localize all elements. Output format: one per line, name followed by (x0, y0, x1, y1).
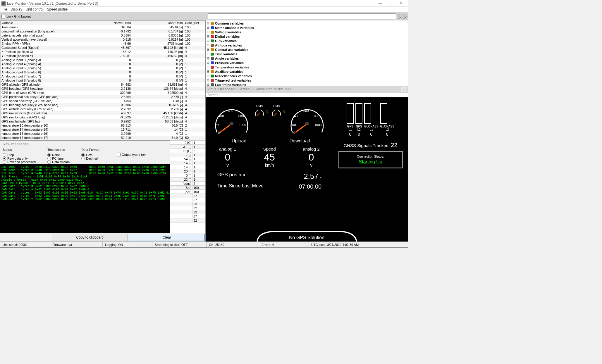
tree-expand-icon[interactable]: ⊞ (207, 52, 210, 56)
upload-gauge-label: Upload (210, 138, 268, 144)
time-source-radio-0[interactable] (47, 153, 51, 157)
tree-item[interactable]: ⊞Miscellaneous variables (207, 74, 407, 78)
tree-expand-icon[interactable]: ⊞ (207, 61, 210, 65)
tree-item[interactable]: ⊞Temperature variables (207, 65, 407, 69)
status-radio-0[interactable] (3, 153, 6, 157)
table-row[interactable]: temperature 14 (temperature 14)13.71114 … (1, 127, 205, 132)
svg-line-16 (295, 124, 307, 132)
tree-expand-icon[interactable]: ⊞ (207, 74, 210, 78)
variable-tree[interactable]: ⊞Common variables⊞Maths channels variabl… (206, 20, 408, 86)
tree-item[interactable]: ⊞Voltage variables (207, 30, 407, 34)
data-format-radio-1[interactable] (81, 157, 85, 160)
table-row[interactable]: GPS heading (GPS heading)2.2138126.74 [d… (1, 87, 205, 91)
table-row[interactable]: X Position (position X)138.12146.98 [m]4 (1, 50, 205, 54)
tree-item[interactable]: ⊞General use variables (207, 47, 407, 52)
time-source-radio-1[interactable] (47, 157, 51, 160)
table-row[interactable]: GPS heading accuracy (GPS head acc)0.070… (1, 103, 205, 107)
tree-category-icon (211, 83, 214, 86)
titlebar[interactable]: Live Monitor - Version 10.1.71 [Connecte… (0, 0, 408, 7)
table-row[interactable]: GPS raw latitude (GPS lat)0.925253.01 [d… (1, 119, 205, 123)
menu-unit-control[interactable]: Unit control (26, 7, 44, 11)
table-row[interactable]: temperature 10 (temperature 10)86.31386.… (1, 123, 205, 127)
grid-header-variable[interactable]: Variable (1, 21, 80, 25)
minimize-button[interactable]: — (375, 1, 386, 6)
tree-item[interactable]: ⊞Time variables (207, 52, 407, 56)
menu-file[interactable]: File (1, 7, 7, 11)
tree-item[interactable]: ⊞Digital variables (207, 34, 407, 39)
table-row[interactable]: Vertical acceleration (vert accel)0.9150… (1, 37, 205, 42)
tree-expand-icon[interactable]: ⊞ (207, 21, 210, 25)
dashboard-title-bar[interactable]: Virtual Dashboard - Screen 8 - Resolutio… (206, 86, 408, 93)
search-clear-icon[interactable]: 🔍 (402, 14, 407, 19)
tree-expand-icon[interactable]: ⊞ (207, 65, 210, 69)
tree-expand-icon[interactable]: ⊞ (207, 83, 210, 86)
table-row[interactable]: GPS speed accuracy (GPS vel acc)1.44541.… (1, 99, 205, 103)
tree-item[interactable]: ⊞GPS variables (207, 39, 407, 43)
table-row[interactable]: Analogue input 8 (analog 8)00 [V]1 (1, 78, 205, 82)
table-row[interactable]: GPS altitude accuracy (GPS alt acc)2.769… (1, 107, 205, 111)
gnss-bar (347, 103, 354, 124)
tree-expand-icon[interactable]: ⊞ (207, 30, 210, 34)
table-row[interactable]: Analogue input 7 (analog 7)00 [V]1 (1, 74, 205, 78)
tree-item[interactable]: ⊞Angle variables (207, 56, 407, 61)
table-row[interactable]: GPS altitude (GPS altitude)84.58283.861 … (1, 82, 205, 87)
data-format-radio-0[interactable] (81, 153, 85, 157)
table-row[interactable]: Longitudinal acceleration (long accel)-0… (1, 29, 205, 33)
search-input[interactable] (208, 13, 396, 19)
table-row[interactable]: temperature 17 (temperature 17)52.21951.… (1, 136, 205, 140)
time-source-radio-2[interactable] (47, 160, 51, 164)
tree-expand-icon[interactable]: ⊞ (207, 48, 210, 51)
table-row[interactable]: Lateral acceleration (lat accel)0.03840.… (1, 33, 205, 37)
tree-expand-icon[interactable]: ⊞ (207, 26, 210, 30)
status-radio-1[interactable] (3, 157, 6, 160)
dashboard-close-icon[interactable]: ▫ (401, 87, 406, 92)
tree-item[interactable]: ⊞Attitude variables (207, 43, 407, 47)
table-row[interactable]: Calculated Speed (Speed)45.89745.108 [km… (1, 46, 205, 50)
tree-item[interactable]: ⊞Maths channels variables (207, 25, 407, 30)
lock-grid-checkbox[interactable] (1, 15, 5, 18)
status-streaming: Streaming to disk: OFF (152, 242, 207, 247)
table-row[interactable]: Engine RPM (RPM)45.692736 [rpm]100 (1, 42, 205, 46)
tree-expand-icon[interactable]: ⊞ (207, 39, 210, 43)
grid-header-user[interactable]: User Units (132, 21, 184, 25)
tree-item[interactable]: ⊞Pressure variables (207, 61, 407, 65)
table-row[interactable]: GPS raw longitude (GPS long)-0.0225-1.28… (1, 115, 205, 119)
grid-header-rate[interactable]: Rate (Hz) (184, 21, 205, 25)
tree-item[interactable]: ⊞Triggered test variables (207, 78, 407, 82)
menu-speed-profile[interactable]: Speed profile (47, 7, 68, 11)
status-radio-2[interactable] (3, 160, 6, 164)
tree-expand-icon[interactable]: ⊞ (207, 70, 210, 73)
table-row[interactable]: temperature 16 (temperature 16)3.99994 [… (1, 132, 205, 136)
table-row[interactable]: Y Position (position Y)-159.81-166.52 [m… (1, 54, 205, 58)
output-typed-checkbox[interactable] (117, 153, 121, 156)
tree-expand-icon[interactable]: ⊞ (207, 78, 210, 82)
gnss-bar (364, 103, 371, 124)
menu-display[interactable]: Display (11, 7, 22, 11)
copy-to-clipboard-button[interactable]: Copy to clipboard (52, 234, 128, 241)
table-row[interactable]: GPS positional accuracy (GPS pos acc)2.5… (1, 95, 205, 99)
table-row[interactable]: Analogue input 5 (analog 5)00 [V]1 (1, 66, 205, 70)
maximize-button[interactable]: ☐ (386, 1, 396, 6)
tree-expand-icon[interactable]: ⊞ (207, 56, 210, 60)
tree-expand-icon[interactable]: ⊞ (207, 34, 210, 38)
table-row[interactable]: Analogue input 6 (analog 6)00 [V]1 (1, 70, 205, 74)
lock-grid-label: Lock Grid Layout (6, 15, 31, 18)
grid-header-native[interactable]: Native Units (80, 21, 132, 25)
close-button[interactable]: ✕ (396, 1, 407, 6)
gps-solution-status: No GPS Solution (251, 227, 362, 240)
tree-category-icon (211, 53, 214, 56)
table-row[interactable]: GPS raw velocity (GPS vel raw)45.89745.1… (1, 111, 205, 115)
table-row[interactable]: Analogue input 4 (analog 4)00 [V]1 (1, 62, 205, 66)
clear-button[interactable]: Clear (129, 234, 205, 241)
app-window: Live Monitor - Version 10.1.71 [Connecte… (0, 0, 408, 248)
search-icon[interactable]: 🔍 (397, 14, 401, 19)
tree-item[interactable]: ⊞Common variables (207, 21, 407, 25)
table-row[interactable]: Time (time)345.64345.64 [s]100 (1, 25, 205, 29)
variable-grid[interactable]: Variable Native Units User Units Rate (H… (0, 20, 205, 140)
table-row[interactable]: GPS time of week (GPS time)302499302500 … (1, 91, 205, 95)
connection-status-box: Connection Status: Starting Up (338, 151, 403, 168)
tree-item[interactable]: ⊞Auxillary variables (207, 69, 407, 74)
tree-expand-icon[interactable]: ⊞ (207, 43, 210, 47)
table-row[interactable]: Analogue input 3 (analog 3)00 [V]1 (1, 58, 205, 62)
tree-item[interactable]: ⊞Lap timing variables (207, 82, 407, 86)
